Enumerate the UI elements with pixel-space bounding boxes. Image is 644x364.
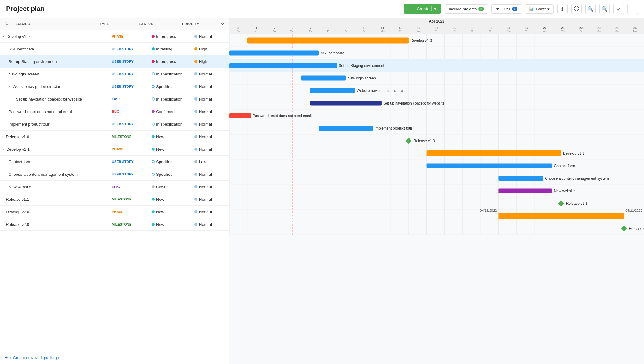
type-badge: MILESTONE <box>112 135 131 138</box>
status-dot <box>152 35 155 38</box>
table-row[interactable]: ›Choose a content management systemUSER … <box>0 168 229 181</box>
filter-icon: ▼ <box>495 7 499 11</box>
priority-dot <box>194 185 197 188</box>
table-row[interactable]: ›Develop v2.0PHASENewNormal <box>0 206 229 218</box>
table-row[interactable]: ›Set-up Staging environmentUSER STORYIn … <box>0 55 229 68</box>
table-row[interactable]: ›Contact formUSER STORYSpecifiedLow <box>0 156 229 168</box>
gantt-month-label: Apr 2022 <box>429 19 444 24</box>
expand-button[interactable]: ⛶ <box>571 4 582 14</box>
more-button[interactable]: ⋯ <box>627 4 638 14</box>
expand-icon[interactable]: ▾ <box>2 148 4 151</box>
priority-label: Normal <box>199 185 212 189</box>
zoom-out-button[interactable]: 🔍 <box>599 4 610 14</box>
subject-text: Choose a content management system <box>9 172 78 177</box>
type-badge: PHASE <box>112 210 123 214</box>
gantt-panel: Apr 2022 3Su4Mo5Tu6We7Th8Fr9Sa10Su11Mo12… <box>229 18 644 364</box>
subject-text: New login screen <box>9 72 39 76</box>
priority-dot <box>194 160 197 163</box>
more-icon: ⋯ <box>630 6 635 12</box>
status-dot <box>152 223 155 226</box>
priority-label: High <box>199 59 207 64</box>
table-row[interactable]: ›Release v2.0MILESTONENewNormal <box>0 218 229 231</box>
table-row[interactable]: ›New websiteEPICClosedNormal <box>0 181 229 193</box>
create-work-package-link[interactable]: + + Create new work package <box>0 351 229 364</box>
table-row[interactable]: ›SSL certificateUSER STORYIn testingHigh <box>0 43 229 55</box>
include-projects-button[interactable]: Include projects 1 <box>445 4 488 14</box>
status-label: New <box>156 147 164 152</box>
info-button[interactable]: ℹ <box>557 4 568 14</box>
gantt-date-col: 16Sa <box>464 26 482 33</box>
zoom-in-button[interactable]: 🔍 <box>585 4 596 14</box>
svg-text:Develop v1.1: Develop v1.1 <box>563 151 584 156</box>
fullscreen-button[interactable]: ⤢ <box>613 4 624 14</box>
main-content: ⇅ ↑ SUBJECT TYPE STATUS PRIORITY ⚙ <box>0 18 644 364</box>
gantt-button[interactable]: 📊 Gantt ▾ <box>525 4 554 14</box>
table-header: ⇅ ↑ SUBJECT TYPE STATUS PRIORITY ⚙ <box>0 18 229 30</box>
status-dot <box>152 60 155 63</box>
table-row[interactable]: ›Implement product tourUSER STORYIn spec… <box>0 118 229 131</box>
expand-icon[interactable]: › <box>2 198 3 201</box>
expand-icon: ⛶ <box>574 6 579 12</box>
table-row[interactable]: ›Release v1.0MILESTONENewNormal <box>0 131 229 143</box>
priority-dot <box>194 135 197 138</box>
priority-label: Normal <box>199 122 212 127</box>
create-arrow-icon: ▾ <box>431 6 436 11</box>
subject-text: Develop v2.0 <box>6 210 29 214</box>
priority-label: Normal <box>199 147 212 152</box>
table-row[interactable]: ›Release v1.1MILESTONENewNormal <box>0 193 229 206</box>
col-header-type[interactable]: TYPE <box>97 21 137 27</box>
priority-label: High <box>199 47 207 51</box>
col-header-subject[interactable]: ⇅ ↑ SUBJECT <box>0 20 97 27</box>
status-dot <box>152 173 155 176</box>
priority-dot <box>194 72 197 75</box>
status-dot <box>152 198 155 201</box>
table-row[interactable]: ›New login screenUSER STORYIn specificat… <box>0 68 229 80</box>
svg-rect-62 <box>427 164 552 168</box>
svg-rect-52 <box>310 101 382 106</box>
status-dot <box>152 160 155 163</box>
svg-rect-64 <box>498 176 543 181</box>
col-header-settings[interactable]: ⚙ <box>216 21 229 27</box>
status-dot <box>152 210 155 213</box>
subject-col-icon: ↑ <box>11 22 13 26</box>
table-row[interactable]: ›Password reset does not send emailBUGCo… <box>0 105 229 118</box>
subject-text: New website <box>9 185 31 189</box>
svg-rect-66 <box>498 189 552 193</box>
expand-icon[interactable]: ▾ <box>2 35 4 38</box>
subject-text: Set up navigation concept for website <box>16 97 82 101</box>
filter-button[interactable]: ▼ Filter 1 <box>491 4 521 14</box>
svg-text:Release v1.0: Release v1.0 <box>414 139 435 143</box>
status-label: Closed <box>156 185 168 189</box>
priority-label: Normal <box>199 84 212 89</box>
col-header-priority[interactable]: PRIORITY <box>180 21 216 27</box>
subject-text: SSL certificate <box>9 47 34 51</box>
gantt-date-col: 21Th <box>554 26 572 33</box>
subject-text: Password reset does not send email <box>9 109 73 114</box>
type-badge: MILESTONE <box>112 222 131 226</box>
status-label: Specified <box>156 172 172 177</box>
col-header-status[interactable]: STATUS <box>137 21 180 27</box>
priority-dot <box>194 60 197 63</box>
table-row[interactable]: ▾Develop v1.1PHASENewNormal <box>0 143 229 156</box>
gantt-date-col: 19Tu <box>518 26 536 33</box>
table-row[interactable]: ›Set up navigation concept for websiteTA… <box>0 93 229 105</box>
create-label: + Create <box>413 6 429 11</box>
type-badge: USER STORY <box>112 47 134 51</box>
expand-icon[interactable]: › <box>2 135 3 138</box>
status-dot <box>152 47 155 50</box>
gantt-date-col: 17Su <box>482 26 500 33</box>
svg-rect-54 <box>229 113 251 118</box>
expand-icon[interactable]: › <box>2 210 3 214</box>
subject-text: Implement product tour <box>9 122 50 127</box>
expand-icon[interactable]: › <box>2 223 3 226</box>
table-row[interactable]: ▾Develop v1.0PHASEIn progressNormal <box>0 30 229 43</box>
expand-icon[interactable]: ▾ <box>9 85 10 88</box>
status-dot <box>152 97 155 101</box>
settings-icon: ⚙ <box>221 22 224 26</box>
create-button[interactable]: + + Create ▾ <box>404 4 441 14</box>
filter-label: Filter <box>501 7 510 11</box>
type-badge: PHASE <box>112 147 123 151</box>
gantt-arrow-icon: ▾ <box>547 7 550 11</box>
svg-text:New login screen: New login screen <box>348 76 376 80</box>
table-row[interactable]: ▾Website navigation structureUSER STORYS… <box>0 80 229 93</box>
